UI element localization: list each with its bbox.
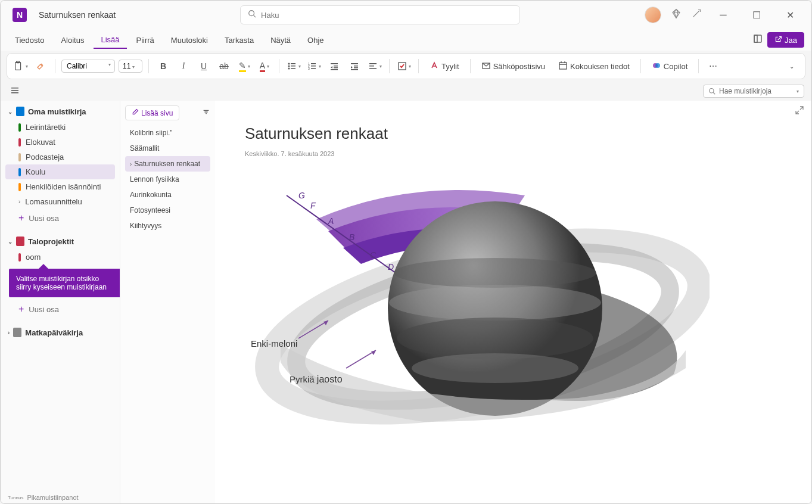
notebook-icon bbox=[16, 107, 24, 116]
page-saturn[interactable]: ›Saturnuksen renkaat bbox=[125, 156, 210, 172]
notebook-header-house[interactable]: ⌄ Taloprojektit bbox=[5, 233, 115, 250]
section-camping[interactable]: Leirintäretki bbox=[5, 120, 115, 135]
feed-icon[interactable] bbox=[753, 34, 763, 46]
chevron-down-icon: ⌄ bbox=[8, 238, 13, 245]
add-page-button[interactable]: Lisää sivu bbox=[125, 105, 179, 120]
svg-rect-9 bbox=[291, 66, 295, 67]
section-vacation[interactable]: ›Lomasuunnittelu bbox=[5, 194, 115, 209]
share-icon bbox=[774, 35, 782, 45]
search-icon bbox=[248, 10, 256, 20]
minimize-button[interactable]: ─ bbox=[711, 5, 735, 24]
svg-point-36 bbox=[655, 63, 660, 68]
tab-bar: Tiedosto Aloitus Lisää Piirrä Muutosloki… bbox=[1, 29, 811, 51]
numbering-button[interactable]: 123▾ bbox=[306, 58, 322, 74]
tab-history[interactable]: Muutosloki bbox=[164, 32, 215, 48]
section-movies[interactable]: Elokuvat bbox=[5, 135, 115, 150]
titlebar: N Saturnuksen renkaat ─ ☐ ✕ bbox=[1, 1, 811, 29]
highlight-button[interactable]: ✎▾ bbox=[236, 58, 253, 74]
font-color-button[interactable]: A▾ bbox=[256, 58, 273, 74]
page-weather[interactable]: Säämallit bbox=[125, 141, 210, 156]
add-section-1[interactable]: +Uusi osa bbox=[5, 209, 115, 227]
search-box[interactable] bbox=[240, 5, 520, 24]
svg-point-49 bbox=[412, 353, 578, 383]
todo-button[interactable]: ▾ bbox=[396, 58, 412, 74]
bullets-button[interactable]: ▾ bbox=[285, 58, 302, 74]
styles-button[interactable]: Tyylit bbox=[425, 58, 464, 74]
tab-insert[interactable]: Lisää bbox=[94, 32, 126, 49]
tab-file[interactable]: Tiedosto bbox=[8, 32, 51, 48]
svg-rect-28 bbox=[369, 68, 377, 69]
tab-help[interactable]: Ohje bbox=[300, 32, 331, 48]
font-size-select[interactable]: 11▾ bbox=[119, 60, 142, 73]
nav-toggle-button[interactable] bbox=[8, 83, 22, 99]
notebook-header-travel[interactable]: › Matkapäiväkirja bbox=[5, 324, 115, 341]
italic-button[interactable]: I bbox=[175, 58, 192, 74]
ribbon-expand-button[interactable]: ⌄ bbox=[783, 58, 800, 74]
ring-label-g: G bbox=[298, 191, 305, 200]
pages-panel: Lisää sivu Kolibrin siipi." Säämallit ›S… bbox=[120, 101, 215, 504]
svg-rect-7 bbox=[291, 63, 295, 64]
notebook-header-own[interactable]: ⌄ Oma muistikirja bbox=[5, 103, 115, 120]
email-page-button[interactable]: Sähköpostisivu bbox=[477, 58, 550, 74]
svg-rect-4 bbox=[15, 63, 20, 70]
notebook-icon bbox=[16, 237, 24, 246]
font-select[interactable]: Calibri▾ bbox=[61, 60, 115, 73]
expand-canvas-button[interactable] bbox=[795, 105, 804, 117]
page-photo[interactable]: Fotosynteesi bbox=[125, 203, 210, 218]
svg-text:3: 3 bbox=[308, 67, 310, 70]
maximize-button[interactable]: ☐ bbox=[745, 5, 769, 24]
page-accel[interactable]: Kiihtyvyys bbox=[125, 218, 210, 234]
format-painter-button[interactable] bbox=[32, 58, 49, 74]
svg-point-40 bbox=[710, 89, 714, 94]
notebook-sidebar: ⌄ Oma muistikirja Leirintäretki Elokuvat… bbox=[1, 101, 120, 504]
tab-view[interactable]: Näytä bbox=[263, 32, 298, 48]
close-button[interactable]: ✕ bbox=[778, 5, 802, 24]
bold-button[interactable]: B bbox=[155, 58, 172, 74]
tab-home[interactable]: Aloitus bbox=[54, 32, 91, 48]
search-input[interactable] bbox=[261, 11, 512, 20]
page-kolibri[interactable]: Kolibrin siipi." bbox=[125, 125, 210, 141]
page-title[interactable]: Saturnuksen renkaat bbox=[245, 125, 782, 143]
tooltip-callout: Valitse muistikirjan otsikko siirry kyse… bbox=[9, 269, 120, 297]
chevron-right-icon: › bbox=[8, 329, 10, 336]
section-podcasts[interactable]: Podcasteja bbox=[5, 150, 115, 164]
page-flight[interactable]: Lennon fysiikka bbox=[125, 172, 210, 187]
align-button[interactable]: ▾ bbox=[366, 58, 383, 74]
meeting-icon bbox=[558, 61, 568, 72]
svg-rect-23 bbox=[354, 66, 358, 67]
page-solar[interactable]: Aurinkokunta bbox=[125, 187, 210, 203]
tab-review[interactable]: Tarkasta bbox=[217, 32, 261, 48]
share-button[interactable]: Jaa bbox=[767, 32, 804, 48]
underline-button[interactable]: U bbox=[195, 58, 212, 74]
section-school[interactable]: Koulu bbox=[5, 164, 115, 179]
svg-rect-20 bbox=[334, 67, 338, 69]
chevron-down-icon: ⌄ bbox=[8, 108, 13, 115]
more-button[interactable]: ⋯ bbox=[705, 58, 721, 74]
meeting-details-button[interactable]: Kokouksen tiedot bbox=[553, 58, 634, 74]
add-section-2[interactable]: +Uusi osa bbox=[5, 300, 115, 318]
page-canvas[interactable]: Saturnuksen renkaat Keskiviikko. 7. kesä… bbox=[215, 101, 811, 504]
svg-rect-18 bbox=[331, 63, 338, 64]
sparkle-icon[interactable] bbox=[691, 8, 702, 21]
svg-rect-38 bbox=[11, 90, 18, 91]
premium-icon[interactable] bbox=[671, 8, 682, 21]
sidebar-footer: Tunnus Pikamuistiinpanot bbox=[8, 494, 79, 501]
section-hosting[interactable]: Henkilöiden isännöinti bbox=[5, 179, 115, 194]
section-oom[interactable]: oom bbox=[5, 250, 115, 265]
strikethrough-button[interactable]: ab bbox=[216, 58, 232, 74]
tab-draw[interactable]: Piirrä bbox=[129, 32, 161, 48]
user-avatar[interactable] bbox=[645, 7, 661, 23]
app-icon: N bbox=[13, 8, 27, 22]
outdent-button[interactable] bbox=[326, 58, 343, 74]
sort-button[interactable] bbox=[202, 108, 210, 119]
svg-rect-21 bbox=[331, 69, 338, 70]
indent-button[interactable] bbox=[346, 58, 363, 74]
svg-point-46 bbox=[394, 258, 596, 288]
paste-button[interactable]: ▾ bbox=[12, 58, 29, 74]
svg-rect-25 bbox=[351, 69, 358, 70]
copilot-button[interactable]: Copilot bbox=[647, 58, 692, 74]
svg-point-0 bbox=[249, 11, 254, 16]
ring-label-b: B bbox=[349, 232, 354, 242]
search-notebooks[interactable]: Hae muistikirjoja ▾ bbox=[703, 85, 804, 98]
chevron-right-icon: › bbox=[18, 198, 20, 205]
